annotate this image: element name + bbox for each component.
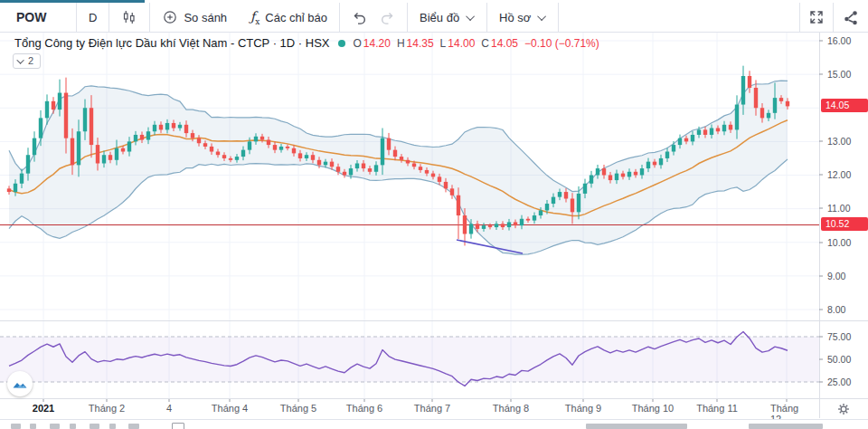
axis-tick-label: 9.00 <box>827 271 846 281</box>
axis-tick-label: 16.00 <box>827 35 851 46</box>
time-label-month: Tháng 8 <box>493 403 529 414</box>
chart-toolbar: POW D So sánh ƒx Các chỉ báo <box>0 3 868 33</box>
close-value: 14.05 <box>491 37 518 50</box>
range-button-fragment[interactable] <box>50 424 60 429</box>
redo-icon <box>379 9 396 26</box>
chevron-down-icon <box>466 12 475 21</box>
time-label-month: Tháng 7 <box>414 403 450 414</box>
clock-text-fragment <box>586 424 687 429</box>
compare-label: So sánh <box>184 11 227 24</box>
chevron-down-icon <box>538 12 547 21</box>
time-label-month: Tháng 6 <box>346 403 382 414</box>
axis-tick-label: 12.00 <box>827 169 851 180</box>
open-value: 14.20 <box>363 37 391 50</box>
high-label: H <box>397 37 405 50</box>
fullscreen-icon <box>808 9 825 25</box>
broker-logo <box>7 371 33 396</box>
time-label-month: Tháng 9 <box>565 403 601 414</box>
last-price-badge: 14.05 <box>821 99 868 112</box>
axis-tick-label: 13.00 <box>827 136 851 147</box>
time-label-year: 2021 <box>33 403 54 414</box>
low-value: 14.00 <box>448 37 475 50</box>
mountain-logo-icon <box>11 375 29 393</box>
range-button-fragment[interactable] <box>90 424 99 429</box>
time-label-month: Tháng 10 <box>632 403 674 414</box>
gear-icon <box>834 400 854 418</box>
symbol-title[interactable]: Tổng Công ty Điện lực Dầu khí Việt Nam -… <box>14 36 330 50</box>
fullscreen-button[interactable] <box>800 3 833 32</box>
range-button-fragment[interactable] <box>30 424 36 429</box>
range-button-fragment[interactable] <box>128 424 139 429</box>
chart-style-button[interactable] <box>109 3 149 32</box>
compare-button[interactable]: So sánh <box>150 3 239 32</box>
range-button-fragment[interactable] <box>11 424 21 429</box>
chart-legend: Tổng Công ty Điện lực Dầu khí Việt Nam -… <box>14 36 599 50</box>
open-label: O <box>354 37 362 50</box>
high-value: 14.35 <box>407 37 434 50</box>
bottom-toolbar[interactable] <box>0 419 868 429</box>
chart-menu-label: Biểu đồ <box>420 11 459 24</box>
plus-circle-icon <box>162 9 178 25</box>
axis-tick-label: 50.00 <box>827 354 851 365</box>
range-button-fragment[interactable] <box>109 424 116 429</box>
time-label-month: 4 <box>166 403 172 414</box>
trading-chart-app: POW D So sánh ƒx Các chỉ báo <box>0 0 868 429</box>
range-button-fragment[interactable] <box>70 424 76 429</box>
axis-tick-label: 75.00 <box>827 331 851 342</box>
time-label-month: Tháng 2 <box>89 403 125 414</box>
low-label: L <box>440 37 447 50</box>
ohlc-values: O14.20 H14.35 L14.00 C14.05 −0.10 (−0.71… <box>354 37 599 50</box>
axis-settings-button[interactable] <box>834 400 854 418</box>
status-text-fragment <box>749 424 823 429</box>
axis-tick-label: 15.00 <box>827 69 851 80</box>
symbol-button[interactable]: POW <box>0 3 76 32</box>
indicators-label: Các chỉ báo <box>265 11 327 24</box>
bollinger-bands <box>9 81 788 254</box>
active-tab-indicator <box>0 0 145 3</box>
profile-menu-label: Hồ sơ <box>499 11 531 24</box>
close-label: C <box>481 37 489 50</box>
change-value: −0.10 (−0.71%) <box>524 37 599 50</box>
time-label-month: Tháng 4 <box>212 403 248 414</box>
calendar-button-fragment[interactable] <box>172 423 184 429</box>
rsi-indicator <box>0 331 819 386</box>
time-label-month: Tháng 11 <box>696 403 738 414</box>
share-icon <box>843 9 859 25</box>
share-button[interactable] <box>834 3 868 32</box>
chart-canvas[interactable]: 16.0015.0013.0012.0011.0010.009.008.0075… <box>0 0 868 429</box>
fx-icon: ƒx <box>250 9 259 26</box>
chart-menu-button[interactable]: Biểu đồ <box>408 3 486 32</box>
undo-icon <box>351 9 368 26</box>
time-axis[interactable]: 2021Tháng 24Tháng 4Tháng 5Tháng 6Tháng 7… <box>0 399 819 418</box>
chevron-down-icon <box>16 56 24 63</box>
series-color-dot-icon <box>338 40 345 47</box>
redo-button[interactable] <box>375 3 407 32</box>
toolbar-separator <box>558 3 559 32</box>
axis-tick-label: 10.00 <box>827 237 851 248</box>
indicators-button[interactable]: ƒx Các chỉ báo <box>239 3 339 32</box>
undo-button[interactable] <box>340 3 375 32</box>
hline-price-badge: 10.52 <box>821 217 868 231</box>
axis-tick-label: 11.00 <box>827 203 851 214</box>
profile-menu-button[interactable]: Hồ sơ <box>487 3 558 32</box>
axis-tick-label: 8.00 <box>827 304 846 315</box>
axis-tick-label: 25.00 <box>827 377 851 387</box>
interval-button[interactable]: D <box>77 3 108 32</box>
indicator-count: 2 <box>28 55 33 66</box>
legend-collapse-button[interactable]: 2 <box>13 53 41 69</box>
candlestick-style-icon <box>121 9 137 25</box>
time-label-month: Tháng 5 <box>280 403 316 414</box>
